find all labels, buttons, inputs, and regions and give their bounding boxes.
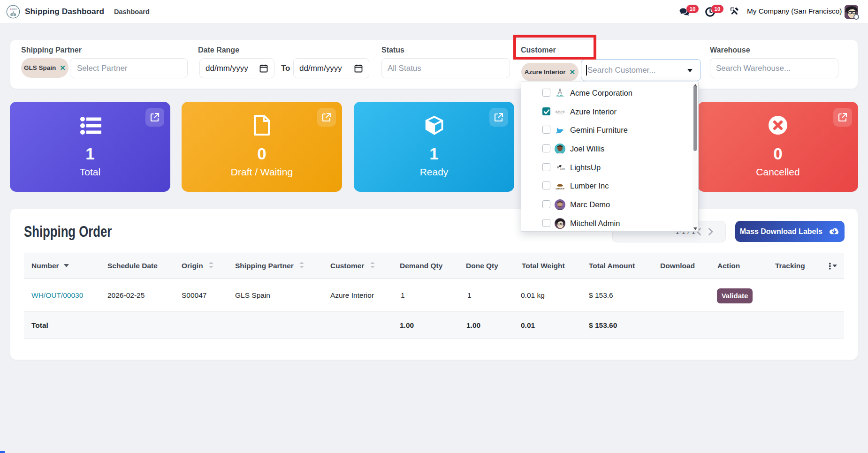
svg-text:LightsUp: LightsUp (560, 168, 565, 170)
svg-text:azure: azure (555, 109, 565, 113)
svg-text:doo: doo (12, 8, 17, 10)
svg-text:ACME: ACME (556, 94, 564, 97)
svg-text:LUMBER INC: LUMBER INC (555, 188, 565, 190)
